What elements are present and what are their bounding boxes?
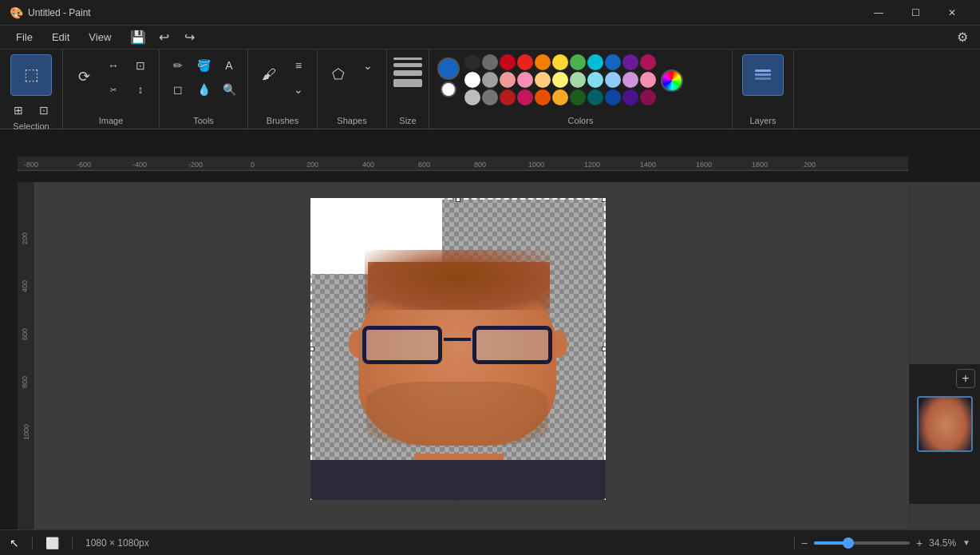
color-picker-button[interactable]: 💧 [192, 78, 215, 101]
select-all-button[interactable]: ⊞ [6, 99, 30, 121]
maximize-button[interactable]: ☐ [897, 0, 934, 26]
color-swatch[interactable] [552, 72, 568, 88]
text-button[interactable]: A [217, 54, 241, 77]
zoom-percentage-label: 34.5% [929, 537, 956, 549]
color-swatch[interactable] [605, 89, 621, 105]
colors-label: Colors [568, 116, 594, 129]
custom-color-button[interactable] [661, 69, 683, 92]
brush-button[interactable]: 🖌 [255, 54, 283, 96]
fill-button[interactable]: 🪣 [192, 54, 215, 77]
selection-icon: ⬚ [24, 65, 39, 84]
color-swatch[interactable] [622, 72, 638, 88]
close-button[interactable]: ✕ [934, 0, 970, 26]
pencil-button[interactable]: ✏ [166, 54, 190, 77]
zoom-in-icon[interactable]: + [916, 537, 923, 549]
redo-button[interactable]: ↪ [178, 26, 200, 49]
color-swatch[interactable] [552, 89, 568, 105]
zoom-out-icon[interactable]: − [801, 537, 808, 549]
color-swatch[interactable] [622, 54, 638, 70]
color-swatch[interactable] [570, 54, 586, 70]
rotate-button[interactable]: ⟳ [69, 54, 98, 101]
color-swatch[interactable] [640, 54, 656, 70]
size-label: Size [399, 116, 416, 129]
canvas-area[interactable]: 200 400 600 800 1000 [18, 182, 980, 529]
primary-color-swatch[interactable] [437, 57, 460, 80]
color-swatch[interactable] [552, 54, 568, 70]
svg-rect-1 [755, 69, 771, 72]
select-mode-button[interactable]: ⊡ [32, 99, 56, 121]
titlebar: 🎨 Untitled - Paint — ☐ ✕ [0, 0, 980, 26]
color-swatch[interactable] [464, 89, 480, 105]
color-swatch[interactable] [500, 72, 516, 88]
ribbon-brushes-group: 🖌 ≡ ⌄ Brushes [248, 50, 318, 129]
settings-button[interactable]: ⚙ [951, 26, 974, 49]
color-swatch[interactable] [535, 54, 551, 70]
remove-bg-button[interactable]: ✂ [101, 78, 125, 101]
color-swatch[interactable] [464, 54, 480, 70]
minimize-button[interactable]: — [860, 0, 897, 26]
selection-label: Selection [13, 121, 49, 134]
ribbon-size-group: Size [387, 50, 429, 129]
color-swatch[interactable] [517, 89, 533, 105]
shapes-button[interactable]: ⬠ [324, 54, 353, 96]
brush-type-button[interactable]: ≡ [286, 54, 310, 77]
canvas-viewport[interactable] [35, 182, 908, 529]
layers-panel-button[interactable] [742, 54, 784, 96]
resize-button[interactable]: ↔ [101, 54, 125, 77]
menu-edit[interactable]: Edit [42, 28, 79, 46]
horizontal-ruler: -800 -600 -400 -200 0 200 400 600 800 10… [18, 157, 908, 171]
brushes-label: Brushes [267, 116, 298, 129]
svg-rect-2 [755, 77, 771, 80]
color-swatch[interactable] [570, 72, 586, 88]
layer-image [310, 198, 606, 500]
zoom-tool-button[interactable]: 🔍 [217, 78, 241, 101]
color-swatch[interactable] [587, 72, 603, 88]
layers-icon [752, 64, 774, 86]
color-swatch[interactable] [482, 89, 498, 105]
cursor-tool-icon: ↖ [10, 537, 19, 549]
add-layer-button[interactable]: + [956, 369, 975, 388]
ribbon-colors-group: Colors [429, 50, 733, 129]
shapes-expand-button[interactable]: ⌄ [356, 54, 380, 77]
color-swatch[interactable] [517, 54, 533, 70]
color-swatch[interactable] [640, 89, 656, 105]
flip-button[interactable]: ↕ [128, 78, 152, 101]
menu-file[interactable]: File [6, 28, 42, 46]
crop-button[interactable]: ⊡ [128, 54, 152, 77]
color-swatch[interactable] [500, 54, 516, 70]
menubar: File Edit View 💾 ↩ ↪ ⚙ [0, 26, 980, 50]
color-swatch[interactable] [482, 72, 498, 88]
color-swatch[interactable] [605, 72, 621, 88]
ribbon: ⬚ ⊞ ⊡ Selection ⟳ ↔ ✂ ⊡ ↕ Image [0, 50, 980, 129]
zoom-slider[interactable] [814, 541, 910, 545]
layer-thumbnail[interactable] [917, 396, 973, 452]
undo-button[interactable]: ↩ [152, 26, 175, 49]
layers-label: Layers [749, 116, 776, 129]
save-button[interactable]: 💾 [127, 26, 149, 49]
color-swatch[interactable] [570, 89, 586, 105]
eraser-button[interactable]: ◻ [166, 78, 190, 101]
brush-expand-button[interactable]: ⌄ [286, 78, 310, 101]
app-title: Untitled - Paint [28, 7, 860, 18]
svg-rect-0 [755, 73, 771, 76]
color-swatch[interactable] [587, 89, 603, 105]
secondary-color-swatch[interactable] [441, 81, 456, 97]
color-swatch[interactable] [517, 72, 533, 88]
menu-view[interactable]: View [79, 28, 121, 46]
ribbon-layers-group: Layers [733, 50, 794, 129]
color-swatch[interactable] [605, 54, 621, 70]
canvas-content[interactable] [310, 198, 606, 500]
ribbon-selection-group: ⬚ ⊞ ⊡ Selection [0, 50, 63, 129]
color-swatch[interactable] [535, 89, 551, 105]
color-swatch[interactable] [464, 72, 480, 88]
color-swatch[interactable] [587, 54, 603, 70]
color-swatch[interactable] [640, 72, 656, 88]
selection-tool-button[interactable]: ⬚ [10, 54, 52, 96]
zoom-dropdown-arrow[interactable]: ▼ [962, 538, 970, 547]
color-swatch[interactable] [622, 89, 638, 105]
color-swatch[interactable] [500, 89, 516, 105]
color-swatch[interactable] [482, 54, 498, 70]
portrait-face [310, 198, 606, 500]
layers-sidebar: + [908, 364, 980, 504]
color-swatch[interactable] [535, 72, 551, 88]
